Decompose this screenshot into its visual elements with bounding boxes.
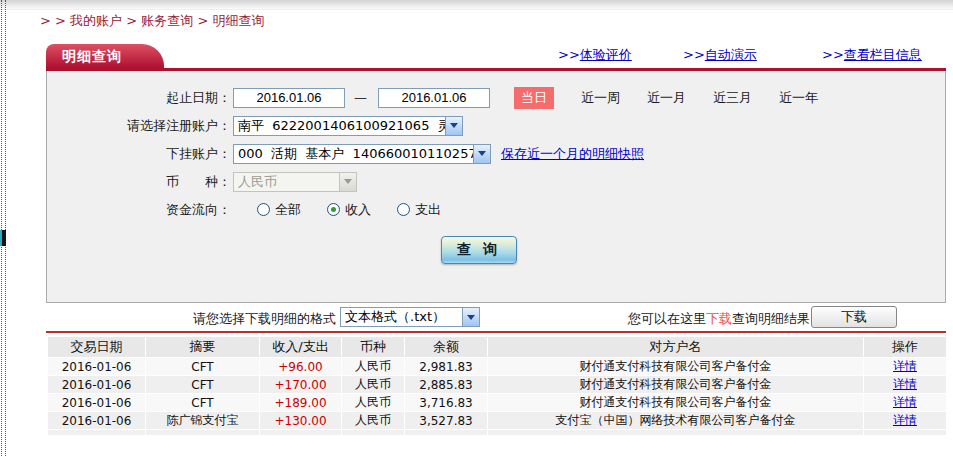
cell-action: 详情 [864,412,946,430]
download-button[interactable]: 下载 [811,306,897,328]
cell-currency: 人民币 [342,358,405,376]
quick-range-year-link[interactable]: 近一年 [779,89,818,107]
cell-counterparty: 财付通支付科技有限公司客户备付金 [488,358,864,376]
header-action: 操作 [864,337,946,358]
date-range-row: 起止日期： — 当日 近一周 近一月 近三月 近一年 [47,84,945,111]
tab-title: 明细查询 [46,44,164,68]
table-row: 2016-01-06CFT+189.00人民币3,716.83财付通支付科技有限… [48,394,946,412]
chevron-down-icon [445,117,462,135]
chevron-down-icon [339,173,356,191]
cell-counterparty: 财付通支付科技有限公司客户备付金 [488,394,864,412]
table-row: 2016-01-06陈广锦支付宝+130.00人民币3,527.83支付宝（中国… [48,412,946,430]
flow-radio-income[interactable]: 收入 [327,201,371,219]
cell-counterparty: 财付通支付科技有限公司客户备付金 [488,376,864,394]
cell-summary: 陈广锦支付宝 [146,412,260,430]
cell-summary: CFT [146,394,260,412]
footer-cell [405,430,488,436]
cell-date: 2016-01-06 [48,394,146,412]
quick-range-month-link[interactable]: 近一月 [647,89,686,107]
currency-select-disabled: 人民币 [233,172,357,192]
cell-balance: 2,885.83 [405,376,488,394]
cell-amount: +96.00 [260,358,342,376]
header-summary: 摘要 [146,337,260,358]
date-to-input[interactable] [378,88,490,108]
chevron-down-icon [462,308,479,326]
cell-balance: 3,716.83 [405,394,488,412]
table-footer-strip [48,430,946,436]
panel-drag-handle[interactable] [1,0,6,456]
header-currency: 币种 [342,337,405,358]
tab-detail-query[interactable]: 明细查询 [46,44,164,68]
query-form-panel: 起止日期： — 当日 近一周 近一月 近三月 近一年 请选择注册账户： 南平 6… [46,71,946,303]
cell-action: 详情 [864,358,946,376]
quick-range-week-link[interactable]: 近一周 [581,89,620,107]
sub-account-select[interactable]: 000 活期 基本户 1406600101102571848 [233,144,491,164]
page: > > 我的账户 > 账务查询 > 明细查询 明细查询 >>体验评价 >>自动演… [0,0,953,456]
cell-currency: 人民币 [342,376,405,394]
header-amount: 收入/支出 [260,337,342,358]
download-format-select[interactable]: 文本格式（.txt） [340,307,480,327]
top-gradient-strip [0,0,953,10]
date-dash: — [354,90,367,105]
detail-link[interactable]: 详情 [893,395,917,409]
flow-direction-row: 资金流向： 全部 收入 支出 [47,196,945,223]
download-hint: 您可以在这里下载查询明细结果 [628,310,810,328]
footer-cell [342,430,405,436]
cell-date: 2016-01-06 [48,358,146,376]
breadcrumb-item-account-query[interactable]: 账务查询 [141,13,193,28]
header-balance: 余额 [405,337,488,358]
breadcrumb-separator: > [197,13,208,28]
download-text-link[interactable]: 下载 [706,311,732,326]
radio-icon[interactable] [257,203,270,216]
quick-range-quarter-link[interactable]: 近三月 [713,89,752,107]
detail-link[interactable]: 详情 [893,413,917,427]
radio-icon[interactable] [397,203,410,216]
cell-date: 2016-01-06 [48,376,146,394]
cell-amount: +170.00 [260,376,342,394]
table-row: 2016-01-06CFT+170.00人民币2,885.83财付通支付科技有限… [48,376,946,394]
sub-account-label: 下挂账户： [47,145,231,163]
panel-collapse-marker[interactable] [0,230,6,246]
cell-currency: 人民币 [342,412,405,430]
table-top-divider [46,331,946,333]
table-header-row: 交易日期 摘要 收入/支出 币种 余额 对方户名 操作 [48,337,946,358]
cell-action: 详情 [864,394,946,412]
footer-cell [146,430,260,436]
footer-cell [260,430,342,436]
currency-label: 币 种： [47,173,231,191]
cell-balance: 3,527.83 [405,412,488,430]
register-account-row: 请选择注册账户： 南平 6222001406100921065 灵通卡 [47,112,945,139]
save-snapshot-link[interactable]: 保存近一个月的明细快照 [501,145,644,163]
detail-link[interactable]: 详情 [893,377,917,391]
footer-cell [864,430,946,436]
currency-row: 币 种： 人民币 [47,168,945,195]
chevron-down-icon [473,145,490,163]
radio-checked-icon[interactable] [327,203,340,216]
detail-link[interactable]: 详情 [893,359,917,373]
register-account-select[interactable]: 南平 6222001406100921065 灵通卡 [233,116,463,136]
register-account-label: 请选择注册账户： [47,117,231,135]
cell-summary: CFT [146,358,260,376]
footer-cell [488,430,864,436]
date-range-label: 起止日期： [47,89,231,107]
cell-action: 详情 [864,376,946,394]
cell-counterparty: 支付宝（中国）网络技术有限公司客户备付金 [488,412,864,430]
cell-balance: 2,981.83 [405,358,488,376]
cell-currency: 人民币 [342,394,405,412]
column-info-link[interactable]: >>查看栏目信息 [822,46,922,64]
auto-demo-link[interactable]: >>自动演示 [683,46,757,64]
cell-summary: CFT [146,376,260,394]
download-format-label: 请您选择下载明细的格式 [193,310,336,328]
date-from-input[interactable] [233,88,345,108]
quick-range-today-button[interactable]: 当日 [514,87,554,109]
breadcrumb-item-detail-query[interactable]: 明细查询 [212,13,264,28]
download-row: 请您选择下载明细的格式 文本格式（.txt） 您可以在这里下载查询明细结果 下载 [46,306,946,330]
query-button[interactable]: 查 询 [441,236,517,264]
experience-rating-link[interactable]: >>体验评价 [558,46,632,64]
breadcrumb-prefix: > > [40,13,66,28]
flow-radio-all[interactable]: 全部 [257,201,301,219]
transaction-table: 交易日期 摘要 收入/支出 币种 余额 对方户名 操作 2016-01-06CF… [48,337,946,436]
cell-amount: +130.00 [260,412,342,430]
flow-radio-expense[interactable]: 支出 [397,201,441,219]
breadcrumb-item-my-account[interactable]: 我的账户 [70,13,122,28]
